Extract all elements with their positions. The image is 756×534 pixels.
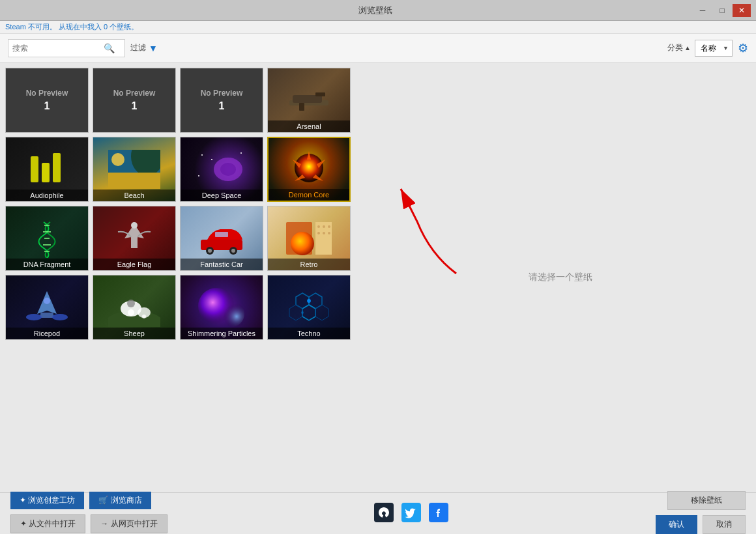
svg-rect-34: [215, 232, 228, 237]
svg-marker-58: [302, 305, 315, 320]
no-preview-num-1: 1: [44, 100, 50, 112]
maximize-button[interactable]: □: [713, 4, 731, 17]
svg-point-28: [131, 222, 138, 229]
minimize-button[interactable]: ─: [693, 4, 712, 17]
demoncore-label: Demon Core: [269, 189, 349, 201]
search-icon[interactable]: 🔍: [104, 43, 115, 53]
no-preview-bg-2: No Preview 1: [93, 68, 175, 132]
sort-dropdown-wrap[interactable]: 名称: [695, 40, 733, 57]
svg-point-33: [231, 249, 235, 253]
main-area: No Preview 1 No Preview 1 No Preview 1: [0, 63, 756, 492]
bottom-btn-row-1: ✦ 浏览创意工坊 🛒 浏览商店: [10, 492, 167, 509]
techno-svg: [283, 288, 335, 327]
browse-store-button[interactable]: 🛒 浏览商店: [89, 492, 151, 509]
wallpaper-item-shimmering[interactable]: Shimmering Particles: [180, 275, 263, 340]
wallpaper-item-deepspace[interactable]: Deep Space: [180, 137, 263, 202]
svg-rect-6: [53, 153, 61, 182]
toolbar: 🔍 过滤 ▼ 分类 ▲ 名称 ⚙: [0, 34, 756, 63]
close-button[interactable]: ✕: [733, 4, 751, 17]
deepspace-label: Deep Space: [181, 190, 263, 201]
open-web-button[interactable]: → 从网页中打开: [91, 514, 167, 533]
wallpaper-item-ricepod[interactable]: Ricepod: [5, 275, 89, 340]
right-panel-placeholder: 请选择一个壁纸: [529, 272, 592, 283]
eagleflag-label: Eagle Flag: [93, 259, 175, 270]
techno-label: Techno: [268, 328, 350, 339]
svg-point-39: [328, 225, 330, 228]
svg-point-41: [323, 232, 325, 234]
wallpaper-item-eagleflag[interactable]: Eagle Flag: [93, 206, 176, 271]
browse-workshop-button[interactable]: ✦ 浏览创意工坊: [10, 492, 84, 509]
filter-area[interactable]: 过滤 ▼: [130, 42, 158, 53]
steam-status-text: Steam 不可用。: [5, 23, 57, 31]
steam-status-bar: Steam 不可用。 从现在中我入 0 个壁纸。: [0, 21, 756, 34]
wallpaper-item-retro[interactable]: Retro: [267, 206, 351, 271]
wallpaper-item-demoncore[interactable]: Demon Core: [267, 137, 351, 202]
wallpaper-item-fantasticcar[interactable]: Fantastic Car: [180, 206, 263, 271]
wallpaper-item-no2[interactable]: No Preview 1: [93, 68, 176, 133]
svg-point-62: [301, 311, 304, 314]
no-preview-num-2: 1: [132, 100, 138, 112]
dnafragment-label: DNA Fragment: [6, 259, 88, 270]
audiophile-label: Audiophile: [6, 190, 88, 201]
svg-point-13: [201, 154, 203, 156]
remove-wallpaper-button[interactable]: 移除壁纸: [667, 491, 746, 510]
wallpaper-item-sheep[interactable]: Sheep: [93, 275, 176, 340]
svg-point-46: [52, 314, 68, 320]
svg-point-38: [323, 225, 325, 228]
steam-social-icon[interactable]: [374, 503, 394, 522]
filter-label: 过滤: [130, 42, 146, 53]
open-file-button[interactable]: ✦ 从文件中打开: [10, 514, 85, 533]
ricepod-label: Ricepod: [6, 328, 88, 339]
facebook-social-icon[interactable]: [429, 503, 448, 522]
search-box[interactable]: 🔍: [8, 39, 125, 57]
confirm-button[interactable]: 确认: [656, 515, 697, 534]
wallpaper-grid-area: No Preview 1 No Preview 1 No Preview 1: [0, 63, 365, 492]
filter-icon: ▼: [149, 43, 158, 53]
eagleflag-svg: [108, 219, 160, 258]
sort-dropdown[interactable]: 名称: [695, 40, 733, 57]
fantasticcar-label: Fantastic Car: [181, 259, 263, 270]
wallpaper-item-beach[interactable]: Beach: [93, 137, 176, 202]
svg-point-15: [198, 175, 199, 176]
settings-button[interactable]: ⚙: [738, 41, 748, 55]
svg-rect-2: [315, 92, 325, 96]
svg-point-31: [208, 249, 212, 253]
svg-point-53: [142, 315, 146, 318]
steam-icon: [377, 506, 390, 519]
wallpaper-item-audiophile[interactable]: Audiophile: [5, 137, 89, 202]
twitter-icon: [405, 507, 417, 518]
twitter-social-icon[interactable]: [401, 503, 421, 522]
wallpaper-item-no3[interactable]: No Preview 1: [180, 68, 263, 133]
svg-point-10: [111, 153, 124, 166]
wallpaper-item-techno[interactable]: Techno: [267, 275, 351, 340]
svg-point-51: [127, 300, 135, 307]
shimmering-svg: [196, 288, 248, 327]
beach-svg: [108, 150, 160, 189]
svg-rect-3: [299, 103, 304, 111]
wallpaper-item-dnafragment[interactable]: DNA Fragment: [5, 206, 89, 271]
cancel-button[interactable]: 取消: [703, 515, 746, 534]
svg-point-55: [218, 301, 244, 327]
sort-label: 分类 ▲: [667, 42, 691, 53]
bottom-right-buttons: 移除壁纸 确认 取消: [656, 491, 746, 534]
svg-point-37: [317, 225, 320, 228]
no-preview-text-3: No Preview: [201, 89, 243, 98]
retro-label: Retro: [268, 259, 350, 270]
ricepod-svg: [21, 288, 73, 327]
svg-rect-5: [42, 163, 50, 182]
wallpaper-item-arsenal[interactable]: Arsenal: [267, 68, 351, 133]
wallpaper-item-no1[interactable]: No Preview 1: [5, 68, 89, 133]
beach-label: Beach: [93, 190, 175, 201]
steam-status-subtext: 从现在中我入 0 个壁纸。: [59, 23, 138, 31]
svg-point-12: [220, 163, 236, 176]
svg-point-43: [291, 232, 314, 255]
no-preview-bg-1: No Preview 1: [6, 68, 88, 132]
bottom-bar: ✦ 浏览创意工坊 🛒 浏览商店 ✦ 从文件中打开 → 从网页中打开 移除壁纸: [0, 492, 756, 531]
svg-point-40: [317, 232, 320, 234]
search-input[interactable]: [12, 44, 104, 53]
retro-svg: [283, 219, 335, 258]
arsenal-label: Arsenal: [268, 120, 350, 132]
no-preview-text-1: No Preview: [26, 89, 68, 98]
wallpaper-grid: No Preview 1 No Preview 1 No Preview 1: [5, 68, 360, 340]
svg-point-50: [128, 309, 134, 316]
